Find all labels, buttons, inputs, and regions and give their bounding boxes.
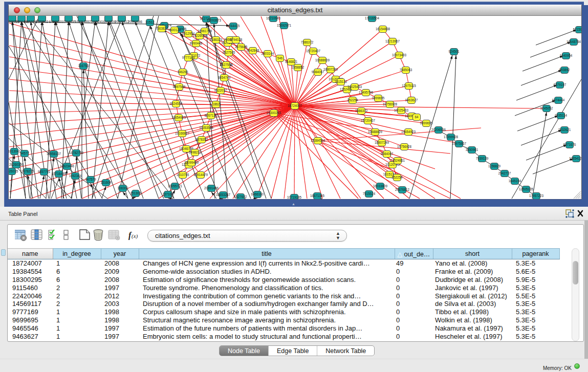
svg-text:18724007: 18724007: [288, 104, 302, 107]
svg-text:16648784: 16648784: [567, 40, 581, 43]
svg-text:10025433: 10025433: [347, 85, 362, 89]
svg-text:0899695: 0899695: [420, 121, 433, 125]
svg-text:1640954: 1640954: [560, 54, 573, 57]
svg-text:9463627: 9463627: [405, 98, 418, 102]
svg-text:18807249: 18807249: [375, 141, 389, 144]
svg-text:6466160: 6466160: [251, 192, 264, 196]
svg-text:3324554: 3324554: [170, 102, 183, 105]
svg-text:16671355: 16671355: [310, 194, 325, 198]
svg-text:3375685: 3375685: [235, 45, 248, 49]
svg-text:15720407: 15720407: [361, 119, 376, 122]
svg-text:3498222: 3498222: [189, 150, 202, 154]
svg-text:9084067: 9084067: [312, 70, 324, 74]
svg-text:10923446: 10923446: [60, 164, 75, 168]
svg-text:16033809: 16033809: [373, 184, 388, 188]
svg-text:10025433: 10025433: [394, 108, 409, 112]
svg-text:16154838: 16154838: [376, 27, 390, 31]
svg-text:12975115: 12975115: [402, 84, 416, 87]
svg-text:924501: 924501: [448, 50, 460, 53]
svg-text:10688609: 10688609: [368, 130, 383, 134]
svg-text:9600124: 9600124: [168, 28, 181, 32]
svg-text:8990448: 8990448: [190, 41, 203, 45]
svg-text:8878352: 8878352: [195, 138, 208, 141]
svg-text:1013041: 1013041: [9, 149, 21, 153]
svg-text:8471676: 8471676: [563, 143, 576, 146]
svg-text:16210643: 16210643: [266, 16, 281, 20]
svg-text:15692971: 15692971: [277, 24, 292, 27]
svg-text:108302: 108302: [117, 186, 128, 190]
svg-text:7632621: 7632621: [558, 128, 571, 132]
svg-text:15720407: 15720407: [306, 49, 321, 53]
svg-text:9457791: 9457791: [38, 170, 51, 173]
svg-text:9242848: 9242848: [247, 49, 259, 52]
svg-text:20891406: 20891406: [204, 186, 219, 190]
svg-text:20876812: 20876812: [395, 188, 410, 191]
svg-text:13495796: 13495796: [359, 91, 374, 94]
svg-text:8186323: 8186323: [210, 38, 223, 41]
svg-text:7515524: 7515524: [89, 20, 102, 24]
svg-text:94577: 94577: [20, 151, 29, 155]
svg-text:15384554: 15384554: [311, 139, 325, 142]
svg-text:9474444: 9474444: [552, 98, 565, 102]
svg-text:16782759: 16782759: [69, 151, 84, 155]
svg-text:6466160: 6466160: [49, 20, 62, 24]
svg-text:9322037: 9322037: [214, 89, 227, 92]
svg-text:16961758: 16961758: [198, 29, 212, 33]
svg-text:10958107: 10958107: [47, 152, 61, 156]
svg-text:7386372: 7386372: [301, 40, 314, 44]
svg-text:1645194: 1645194: [509, 179, 521, 183]
svg-text:16914479: 16914479: [193, 173, 208, 177]
svg-text:252254: 252254: [391, 176, 403, 179]
svg-text:11353594: 11353594: [199, 126, 213, 129]
svg-text:5215955: 5215955: [573, 28, 581, 31]
svg-text:10973493: 10973493: [392, 53, 407, 57]
svg-text:1678275: 1678275: [21, 169, 34, 173]
svg-text:6379197: 6379197: [554, 83, 567, 86]
svg-text:13524861: 13524861: [390, 159, 405, 162]
svg-text:1862: 1862: [212, 102, 220, 106]
svg-text:15716485: 15716485: [52, 172, 67, 176]
svg-text:19654923: 19654923: [401, 130, 416, 134]
svg-text:7939139: 7939139: [476, 157, 489, 160]
svg-text:8454749: 8454749: [218, 76, 231, 79]
svg-text:64: 64: [415, 115, 419, 119]
svg-text:1156829: 1156829: [488, 164, 501, 168]
svg-text:893892: 893892: [559, 68, 570, 72]
svg-text:252254: 252254: [347, 98, 358, 102]
svg-text:9146821: 9146821: [285, 60, 298, 63]
svg-text:0899695: 0899695: [372, 96, 385, 100]
svg-text:1527602: 1527602: [36, 20, 49, 24]
svg-text:2358852: 2358852: [292, 65, 304, 69]
svg-text:9245052: 9245052: [540, 106, 553, 110]
svg-text:18807249: 18807249: [323, 68, 338, 71]
svg-text:8427552: 8427552: [220, 63, 233, 67]
svg-text:19756928: 19756928: [383, 102, 398, 106]
svg-text:8267130: 8267130: [205, 114, 217, 117]
svg-text:7563822: 7563822: [156, 27, 168, 30]
svg-text:3850961: 3850961: [466, 148, 478, 151]
svg-text:20053346: 20053346: [128, 20, 143, 24]
svg-text:2626035: 2626035: [9, 169, 18, 173]
svg-text:19055721: 19055721: [168, 184, 183, 188]
svg-text:546: 546: [277, 56, 283, 60]
svg-text:20876812: 20876812: [115, 20, 129, 24]
svg-text:19975867: 19975867: [452, 142, 467, 145]
svg-text:10719185: 10719185: [287, 195, 302, 199]
svg-text:14099489: 14099489: [184, 161, 199, 164]
svg-text:2935114: 2935114: [555, 114, 568, 117]
svg-text:1092344: 1092344: [69, 174, 82, 178]
svg-text:1527602: 1527602: [234, 195, 247, 199]
svg-text:2803144: 2803144: [262, 52, 274, 55]
svg-text:10653267: 10653267: [216, 193, 231, 196]
svg-text:137164: 137164: [162, 192, 173, 196]
svg-text:7515524: 7515524: [363, 192, 376, 195]
svg-text:19166827: 19166827: [175, 132, 190, 135]
svg-text:6897568: 6897568: [173, 85, 186, 89]
svg-text:9777169: 9777169: [182, 56, 195, 59]
svg-text:10719185: 10719185: [61, 20, 76, 24]
svg-text:10688609: 10688609: [315, 58, 330, 62]
svg-text:12505135: 12505135: [519, 187, 534, 191]
svg-text:9084067: 9084067: [381, 152, 394, 156]
svg-text:1615132: 1615132: [335, 80, 347, 83]
svg-text:23300293: 23300293: [267, 111, 281, 115]
